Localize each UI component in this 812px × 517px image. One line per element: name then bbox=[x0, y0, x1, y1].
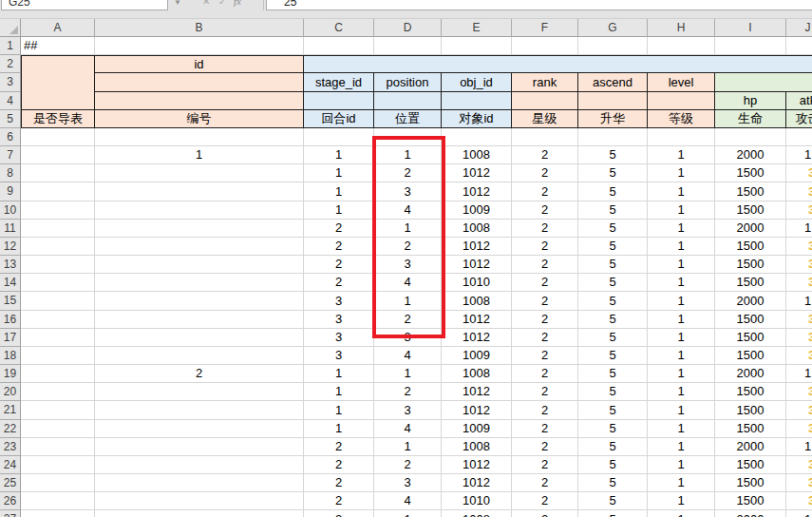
cell-A23[interactable] bbox=[21, 438, 95, 456]
cell-A24[interactable] bbox=[21, 456, 95, 474]
cell-G27[interactable]: 5 bbox=[578, 510, 648, 517]
cell-C1[interactable] bbox=[304, 37, 374, 55]
row-header-25[interactable]: 25 bbox=[0, 474, 21, 492]
cell-H22[interactable]: 1 bbox=[648, 420, 715, 438]
column-header-C[interactable]: C bbox=[304, 19, 374, 37]
header-cell-A2[interactable] bbox=[21, 55, 95, 110]
header-cell-I4[interactable]: hp bbox=[715, 92, 786, 110]
cell-E23[interactable]: 1008 bbox=[442, 438, 512, 456]
cell-C7[interactable]: 1 bbox=[304, 146, 374, 164]
cell-J22[interactable]: 3 bbox=[786, 420, 812, 438]
cell-A18[interactable] bbox=[21, 347, 95, 365]
cell-B7[interactable]: 1 bbox=[95, 146, 304, 164]
cell-J25[interactable]: 3 bbox=[786, 474, 812, 492]
cell-A15[interactable] bbox=[21, 292, 95, 311]
header-cell-C2[interactable] bbox=[304, 55, 812, 73]
cell-J13[interactable]: 3 bbox=[786, 256, 812, 274]
cell-E21[interactable]: 1012 bbox=[442, 401, 512, 420]
cell-A8[interactable] bbox=[21, 164, 95, 182]
cell-B22[interactable] bbox=[95, 420, 304, 438]
row-header-4[interactable]: 4 bbox=[0, 92, 21, 110]
cell-B6[interactable] bbox=[95, 128, 304, 146]
cell-B18[interactable] bbox=[95, 347, 304, 365]
row-header-6[interactable]: 6 bbox=[0, 128, 21, 146]
cell-A19[interactable] bbox=[21, 365, 95, 383]
cell-H12[interactable]: 1 bbox=[648, 238, 715, 256]
cell-C12[interactable]: 2 bbox=[304, 238, 374, 256]
cell-J19[interactable]: 1 bbox=[786, 365, 812, 383]
column-header-H[interactable]: H bbox=[648, 19, 715, 37]
cell-C10[interactable]: 1 bbox=[304, 201, 374, 220]
row-header-18[interactable]: 18 bbox=[0, 347, 21, 365]
cell-H17[interactable]: 1 bbox=[648, 329, 715, 347]
cell-G17[interactable]: 5 bbox=[578, 329, 648, 347]
formula-input[interactable]: 25 bbox=[266, 0, 812, 10]
row-header-2[interactable]: 2 bbox=[0, 55, 21, 73]
column-header-J[interactable]: J bbox=[786, 19, 812, 37]
cell-J23[interactable]: 1 bbox=[786, 438, 812, 456]
header-cell-H3[interactable]: level bbox=[648, 73, 715, 92]
cell-H21[interactable]: 1 bbox=[648, 401, 715, 420]
row-header-22[interactable]: 22 bbox=[0, 420, 21, 438]
name-box-chevron-icon[interactable]: ▼ bbox=[174, 0, 181, 7]
cell-E10[interactable]: 1009 bbox=[442, 201, 512, 220]
cell-J17[interactable]: 3 bbox=[786, 329, 812, 347]
cell-B21[interactable] bbox=[95, 401, 304, 420]
cell-H23[interactable]: 1 bbox=[648, 438, 715, 456]
header-cell-F3[interactable]: rank bbox=[512, 73, 578, 92]
row-header-8[interactable]: 8 bbox=[0, 164, 21, 182]
cell-C13[interactable]: 2 bbox=[304, 256, 374, 274]
cell-A25[interactable] bbox=[21, 474, 95, 492]
cell-H27[interactable]: 1 bbox=[648, 510, 715, 517]
cell-I18[interactable]: 1500 bbox=[715, 347, 786, 365]
cell-A13[interactable] bbox=[21, 256, 95, 274]
row-header-26[interactable]: 26 bbox=[0, 492, 21, 510]
column-header-G[interactable]: G bbox=[578, 19, 648, 37]
cell-F22[interactable]: 2 bbox=[512, 420, 578, 438]
cell-E19[interactable]: 1008 bbox=[442, 365, 512, 383]
cell-F27[interactable]: 2 bbox=[512, 510, 578, 517]
cell-G22[interactable]: 5 bbox=[578, 420, 648, 438]
cell-C11[interactable]: 2 bbox=[304, 220, 374, 238]
cell-J16[interactable]: 3 bbox=[786, 311, 812, 329]
cell-F19[interactable]: 2 bbox=[512, 365, 578, 383]
row-header-20[interactable]: 20 bbox=[0, 383, 21, 401]
cell-C19[interactable]: 1 bbox=[304, 365, 374, 383]
cell-D19[interactable]: 1 bbox=[374, 365, 442, 383]
row-header-24[interactable]: 24 bbox=[0, 456, 21, 474]
cell-E11[interactable]: 1008 bbox=[442, 220, 512, 238]
cell-E6[interactable] bbox=[442, 128, 512, 146]
cell-B20[interactable] bbox=[95, 383, 304, 401]
cell-C23[interactable]: 2 bbox=[304, 438, 374, 456]
cell-F8[interactable]: 2 bbox=[512, 164, 578, 182]
cell-J21[interactable]: 3 bbox=[786, 401, 812, 420]
header-cell-C5[interactable]: 回合id bbox=[304, 110, 374, 128]
header-cell-D5[interactable]: 位置 bbox=[374, 110, 442, 128]
header-cell-B2[interactable]: id bbox=[95, 55, 304, 73]
cell-E15[interactable]: 1008 bbox=[442, 292, 512, 311]
header-cell-F5[interactable]: 星级 bbox=[512, 110, 578, 128]
header-cell-G5[interactable]: 升华 bbox=[578, 110, 648, 128]
cell-I6[interactable] bbox=[715, 128, 786, 146]
enter-icon[interactable]: ✓ bbox=[218, 0, 226, 7]
column-header-F[interactable]: F bbox=[512, 19, 578, 37]
cell-C15[interactable]: 3 bbox=[304, 292, 374, 311]
cell-I19[interactable]: 2000 bbox=[715, 365, 786, 383]
cell-C16[interactable]: 3 bbox=[304, 311, 374, 329]
header-cell-D4[interactable] bbox=[374, 92, 442, 110]
cell-D26[interactable]: 4 bbox=[374, 492, 442, 510]
cell-G13[interactable]: 5 bbox=[578, 256, 648, 274]
cell-E16[interactable]: 1012 bbox=[442, 311, 512, 329]
header-cell-I3[interactable] bbox=[715, 73, 812, 92]
cell-I1[interactable] bbox=[715, 37, 786, 55]
cell-J6[interactable] bbox=[786, 128, 812, 146]
cell-F13[interactable]: 2 bbox=[512, 256, 578, 274]
cell-H20[interactable]: 1 bbox=[648, 383, 715, 401]
row-header-12[interactable]: 12 bbox=[0, 238, 21, 256]
cell-D1[interactable] bbox=[374, 37, 442, 55]
cell-B15[interactable] bbox=[95, 292, 304, 311]
cell-F20[interactable]: 2 bbox=[512, 383, 578, 401]
cell-I11[interactable]: 2000 bbox=[715, 220, 786, 238]
row-header-19[interactable]: 19 bbox=[0, 365, 21, 383]
row-header-5[interactable]: 5 bbox=[0, 110, 21, 128]
